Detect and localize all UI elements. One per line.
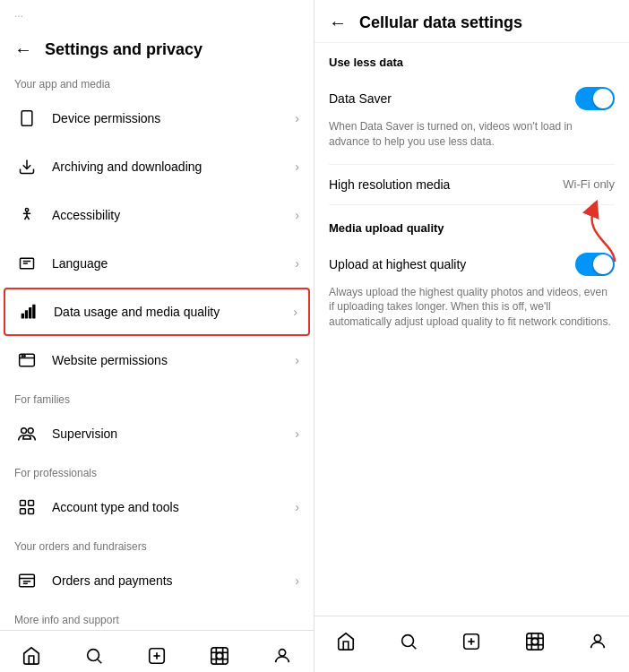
right-header: ← Cellular data settings <box>314 0 629 42</box>
svg-point-34 <box>279 650 285 656</box>
website-permissions-label: Website permissions <box>52 353 295 367</box>
svg-point-13 <box>22 428 27 434</box>
data-saver-row: Data Saver <box>329 78 615 119</box>
chevron-icon: › <box>295 159 299 174</box>
svg-rect-0 <box>22 111 32 126</box>
svg-rect-19 <box>20 574 35 586</box>
svg-rect-18 <box>29 509 34 514</box>
language-label: Language <box>52 256 295 271</box>
website-icon <box>14 348 39 373</box>
divider-1 <box>329 164 615 165</box>
right-nav-profile[interactable] <box>580 625 616 658</box>
sidebar-item-language[interactable]: Language › <box>0 239 314 288</box>
svg-point-14 <box>28 428 33 434</box>
media-upload-header: Media upload quality <box>329 209 615 244</box>
data-bars-icon <box>16 299 41 324</box>
accessibility-icon <box>14 202 39 228</box>
chevron-icon: › <box>295 573 299 588</box>
section-label-professionals: For professionals <box>0 458 314 483</box>
svg-point-29 <box>216 652 222 659</box>
sidebar-item-archiving[interactable]: Archiving and downloading › <box>0 142 314 191</box>
sidebar-item-account-type[interactable]: Account type and tools › <box>0 483 314 531</box>
supervision-icon <box>14 421 39 446</box>
red-arrow-annotation <box>574 199 624 266</box>
upload-quality-label: Upload at highest quality <box>329 257 466 271</box>
left-bottom-nav <box>0 630 314 672</box>
divider-2 <box>329 204 615 205</box>
left-header: ← Settings and privacy <box>0 27 314 69</box>
svg-point-3 <box>25 209 28 211</box>
svg-point-11 <box>22 356 22 357</box>
use-less-data-header: Use less data <box>329 43 615 78</box>
right-back-button[interactable]: ← <box>329 13 347 33</box>
sidebar-item-data-usage[interactable]: Data usage and media quality › <box>4 288 310 336</box>
right-bottom-nav <box>314 616 629 672</box>
nav-reels[interactable] <box>202 640 237 672</box>
data-saver-description: When Data Saver is turned on, videos won… <box>329 119 615 160</box>
sidebar-item-accessibility[interactable]: Accessibility › <box>0 191 314 239</box>
left-panel: ... ← Settings and privacy Your app and … <box>0 0 314 672</box>
high-res-row[interactable]: High resolution media Wi-Fi only <box>329 168 615 201</box>
right-nav-add[interactable] <box>453 625 489 658</box>
account-type-icon <box>14 495 39 520</box>
orders-label: Orders and payments <box>52 573 295 588</box>
nav-profile[interactable] <box>264 640 300 672</box>
sidebar-item-supervision[interactable]: Supervision › <box>0 409 314 458</box>
right-panel-title: Cellular data settings <box>359 13 522 32</box>
sidebar-item-device-permissions[interactable]: Device permissions › <box>0 94 314 142</box>
svg-rect-6 <box>25 310 28 318</box>
right-nav-search[interactable] <box>391 625 427 658</box>
left-back-button[interactable]: ← <box>14 39 32 60</box>
svg-rect-40 <box>526 633 542 650</box>
chevron-icon: › <box>295 256 299 271</box>
right-nav-reels[interactable] <box>517 625 553 658</box>
archiving-label: Archiving and downloading <box>52 159 295 174</box>
svg-rect-5 <box>22 314 24 319</box>
left-panel-title: Settings and privacy <box>45 40 202 59</box>
high-res-label: High resolution media <box>329 177 450 192</box>
svg-point-46 <box>594 635 600 642</box>
accessibility-label: Accessibility <box>52 208 295 222</box>
svg-rect-28 <box>211 648 228 664</box>
data-saver-toggle[interactable] <box>575 87 615 110</box>
high-res-value: Wi-Fi only <box>563 177 615 191</box>
section-label-families: For families <box>0 384 314 409</box>
phone-icon <box>14 106 39 131</box>
download-icon <box>14 154 39 179</box>
chevron-icon: › <box>295 426 299 441</box>
right-nav-home[interactable] <box>328 625 364 658</box>
chevron-icon: › <box>295 353 299 367</box>
chevron-icon: › <box>295 111 299 125</box>
svg-rect-17 <box>21 509 26 514</box>
svg-point-23 <box>88 650 99 661</box>
section-label-more-info: More info and support <box>0 605 314 630</box>
partial-item: ... <box>0 0 314 27</box>
sidebar-item-website-permissions[interactable]: Website permissions › <box>0 336 314 384</box>
upload-quality-description: Always upload the highest quality photos… <box>329 285 615 340</box>
sidebar-item-orders[interactable]: Orders and payments › <box>0 556 314 605</box>
chevron-icon: › <box>295 208 299 222</box>
data-usage-label: Data usage and media quality <box>54 305 293 319</box>
nav-search[interactable] <box>76 640 112 672</box>
right-panel: ← Cellular data settings Use less data D… <box>314 0 629 672</box>
svg-line-24 <box>98 659 101 663</box>
supervision-label: Supervision <box>52 426 295 441</box>
svg-rect-16 <box>29 501 34 506</box>
chevron-icon: › <box>295 500 299 514</box>
svg-rect-8 <box>32 305 35 319</box>
nav-home[interactable] <box>13 640 49 672</box>
language-icon <box>14 251 39 276</box>
upload-quality-row: Upload at highest quality <box>329 244 615 285</box>
nav-add[interactable] <box>139 640 175 672</box>
svg-rect-15 <box>21 501 26 506</box>
account-type-label: Account type and tools <box>52 500 295 514</box>
data-saver-label: Data Saver <box>329 91 392 106</box>
right-content: Use less data Data Saver When Data Saver… <box>314 43 629 616</box>
chevron-icon: › <box>293 305 297 319</box>
svg-point-12 <box>24 356 25 357</box>
svg-rect-7 <box>29 307 31 319</box>
device-permissions-label: Device permissions <box>52 111 295 125</box>
section-label-orders: Your orders and fundraisers <box>0 531 314 556</box>
section-label-app-media: Your app and media <box>0 69 314 94</box>
svg-point-41 <box>531 638 538 644</box>
